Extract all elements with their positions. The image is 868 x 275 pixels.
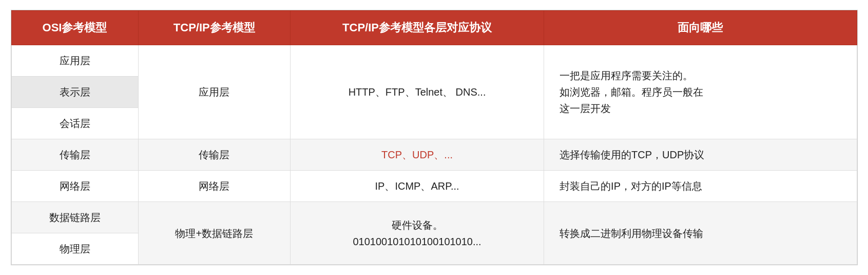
table-row: 数据链路层 物理+数据链路层 硬件设备。01010010101010010101… — [11, 202, 857, 233]
header-tcpip: TCP/IP参考模型 — [138, 11, 290, 45]
header-protocols: TCP/IP参考模型各层对应协议 — [291, 11, 544, 45]
tcpip-layer-physical-datalink: 物理+数据链路层 — [138, 202, 290, 265]
table-row: 传输层 传输层 TCP、UDP、... 选择传输使用的TCP，UDP协议 — [11, 139, 857, 171]
description-app: 一把是应用程序需要关注的。如浏览器，邮箱。程序员一般在这一层开发 — [544, 45, 857, 139]
table-header-row: OSI参考模型 TCP/IP参考模型 TCP/IP参考模型各层对应协议 面向哪些 — [11, 11, 857, 45]
protocols-network: IP、ICMP、ARP... — [291, 171, 544, 202]
description-transport: 选择传输使用的TCP，UDP协议 — [544, 139, 857, 171]
osi-layer-chuanshu: 传输层 — [11, 139, 138, 171]
protocols-datalink: 硬件设备。010100101010100101010... — [291, 202, 544, 265]
protocols-app: HTTP、FTP、Telnet、 DNS... — [291, 45, 544, 139]
header-description: 面向哪些 — [544, 11, 857, 45]
osi-layer-yingyong: 应用层 — [11, 45, 138, 77]
table-row: 网络层 网络层 IP、ICMP、ARP... 封装自己的IP，对方的IP等信息 — [11, 171, 857, 202]
osi-layer-huihua: 会话层 — [11, 108, 138, 139]
osi-layer-datalink: 数据链路层 — [11, 202, 138, 233]
tcpip-layer-transport: 传输层 — [138, 139, 290, 171]
tcpip-layer-network: 网络层 — [138, 171, 290, 202]
tcp-udp-text: TCP、UDP、... — [381, 149, 453, 160]
osi-layer-physical: 物理层 — [11, 233, 138, 265]
protocols-transport: TCP、UDP、... — [291, 139, 544, 171]
osi-layer-biaoshi: 表示层 — [11, 77, 138, 108]
description-datalink: 转换成二进制利用物理设备传输 — [544, 202, 857, 265]
table-row: 应用层 应用层 HTTP、FTP、Telnet、 DNS... 一把是应用程序需… — [11, 45, 857, 77]
osi-layer-wangluo: 网络层 — [11, 171, 138, 202]
network-model-table: OSI参考模型 TCP/IP参考模型 TCP/IP参考模型各层对应协议 面向哪些… — [11, 10, 858, 265]
description-network: 封装自己的IP，对方的IP等信息 — [544, 171, 857, 202]
header-osi: OSI参考模型 — [11, 11, 138, 45]
tcpip-layer-app: 应用层 — [138, 45, 290, 139]
